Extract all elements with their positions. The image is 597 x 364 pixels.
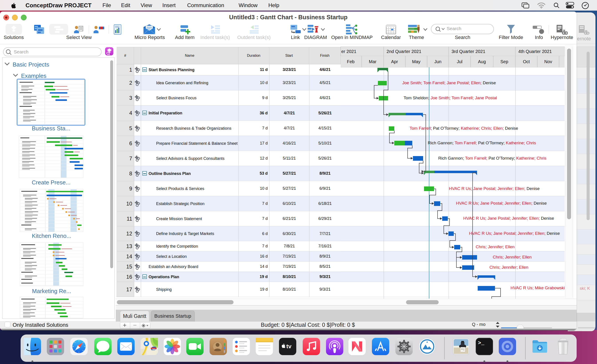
svg-text:280: 280	[152, 348, 155, 350]
svg-text:>_: >_	[478, 340, 484, 346]
svg-text:tv: tv	[286, 343, 292, 350]
